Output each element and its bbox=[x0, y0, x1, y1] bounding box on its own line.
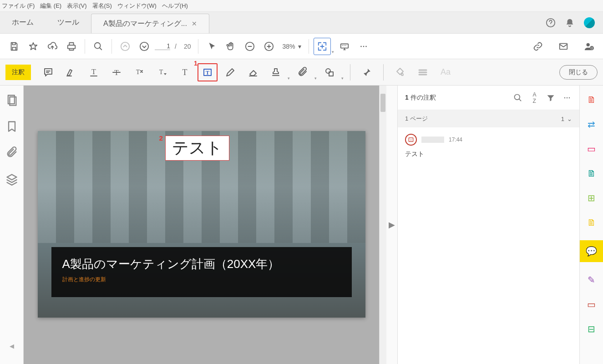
comments-section-header[interactable]: 1 ページ 1 ⌄ bbox=[398, 110, 579, 127]
redact-icon[interactable]: ▭ bbox=[585, 298, 598, 311]
menu-file[interactable]: ファイル (F) bbox=[2, 2, 35, 10]
create-pdf-icon[interactable]: 🗎 bbox=[585, 93, 598, 106]
edit-pdf-icon[interactable]: ▭ bbox=[585, 142, 598, 156]
keyboard-icon[interactable] bbox=[336, 38, 353, 55]
thumbnails-icon[interactable] bbox=[5, 94, 18, 106]
share-user-icon[interactable] bbox=[580, 38, 598, 55]
page-down-icon[interactable] bbox=[136, 38, 153, 55]
svg-rect-7 bbox=[340, 44, 348, 48]
layers-icon[interactable] bbox=[5, 173, 18, 186]
comment-type-textbox-icon: T bbox=[405, 134, 417, 146]
close-annotation-button[interactable]: 閉じる bbox=[559, 65, 598, 80]
cloud-upload-icon[interactable] bbox=[44, 38, 61, 55]
protect-icon[interactable]: ⊟ bbox=[585, 322, 598, 336]
chevron-down-icon[interactable]: ▾ bbox=[332, 50, 334, 54]
tab-close-icon[interactable]: ✕ bbox=[192, 20, 197, 27]
bell-icon[interactable] bbox=[565, 18, 575, 28]
more-options-icon[interactable] bbox=[562, 93, 572, 103]
find-icon[interactable] bbox=[90, 38, 107, 55]
sign-tool-icon[interactable]: ✎ bbox=[585, 273, 598, 287]
expand-right-icon[interactable]: ▶ bbox=[386, 86, 397, 364]
attachment-panel-icon[interactable] bbox=[5, 147, 18, 159]
annotation-label: 注釈 bbox=[5, 65, 31, 80]
underline-icon[interactable]: T bbox=[84, 63, 104, 81]
vertical-scrollbar[interactable] bbox=[379, 86, 386, 364]
page-1[interactable]: 2 テスト A製品のマーケティング計画（20XX年） 計画と進捗の更新 bbox=[38, 131, 365, 318]
toolbar-right bbox=[529, 38, 598, 55]
bookmark-icon[interactable] bbox=[5, 120, 18, 133]
sort-icon[interactable]: AZ bbox=[529, 93, 539, 103]
selection-tool-icon[interactable] bbox=[203, 38, 220, 55]
annotation-toolbar: 注釈 T T T T T 1 T ▾ ▾ ▾ Aa 閉じる bbox=[0, 59, 603, 86]
print-icon[interactable] bbox=[63, 38, 80, 55]
comments-panel: 1 件の注釈 AZ 1 ページ 1 ⌄ T 17:44 テスト bbox=[397, 86, 579, 364]
hand-tool-icon[interactable] bbox=[222, 38, 239, 55]
tab-bar: ホーム ツール A製品のマーケティング... ✕ bbox=[0, 12, 603, 34]
fill-sign-icon[interactable]: 🗎 bbox=[585, 216, 598, 229]
page-up-icon[interactable] bbox=[117, 38, 134, 55]
canvas-scroll[interactable]: 2 テスト A製品のマーケティング計画（20XX年） 計画と進捗の更新 bbox=[24, 86, 379, 364]
left-nav: ◀ bbox=[0, 86, 24, 364]
menu-view[interactable]: 表示(V) bbox=[67, 2, 86, 10]
help-icon[interactable] bbox=[546, 18, 556, 28]
fill-color-icon[interactable] bbox=[390, 63, 410, 81]
chevron-down-icon: ⌄ bbox=[567, 116, 572, 122]
star-icon[interactable] bbox=[25, 38, 42, 55]
pin-icon[interactable] bbox=[357, 63, 377, 81]
svg-point-10 bbox=[365, 46, 367, 47]
line-style-icon[interactable] bbox=[413, 63, 433, 81]
page-number-input[interactable] bbox=[155, 42, 170, 50]
right-tool-strip: 🗎 ⇄ ▭ 🗎 ⊞ 🗎 💬 ✎ ▭ ⊟ bbox=[579, 86, 603, 364]
fit-page-icon[interactable] bbox=[314, 38, 331, 55]
comment-item[interactable]: T 17:44 テスト bbox=[398, 127, 579, 165]
search-comments-icon[interactable] bbox=[513, 93, 523, 103]
user-avatar[interactable] bbox=[584, 17, 595, 28]
document-canvas: 2 テスト A製品のマーケティング計画（20XX年） 計画と進捗の更新 ▶ bbox=[24, 86, 397, 364]
save-icon[interactable] bbox=[5, 38, 23, 55]
menu-window[interactable]: ウィンドウ(W) bbox=[117, 2, 157, 10]
page-separator: / bbox=[175, 43, 177, 50]
scrollbar-thumb[interactable] bbox=[380, 94, 385, 112]
comment-meta: T 17:44 bbox=[405, 134, 572, 146]
eraser-icon[interactable] bbox=[243, 63, 263, 81]
chevron-down-icon[interactable]: ▾ bbox=[314, 76, 317, 81]
export-pdf-icon[interactable]: ⇄ bbox=[585, 117, 598, 131]
more-icon[interactable] bbox=[355, 38, 372, 55]
svg-point-26 bbox=[564, 97, 566, 98]
zoom-select[interactable]: 38%▾ bbox=[279, 43, 304, 50]
svg-point-21 bbox=[326, 69, 330, 73]
text-style-icon[interactable]: Aa bbox=[436, 63, 456, 81]
menu-sign[interactable]: 署名(S) bbox=[92, 2, 112, 10]
expand-left-icon[interactable]: ◀ bbox=[5, 340, 18, 353]
svg-text:T: T bbox=[182, 68, 187, 77]
replace-text-icon[interactable]: T bbox=[129, 63, 149, 81]
text-box-icon[interactable]: 1 T bbox=[198, 63, 218, 81]
separator bbox=[350, 64, 350, 81]
menu-edit[interactable]: 編集 (E) bbox=[40, 2, 61, 10]
link-icon[interactable] bbox=[529, 38, 547, 55]
attachment-icon[interactable] bbox=[293, 63, 313, 81]
organize-pages-icon[interactable]: ⊞ bbox=[585, 191, 598, 205]
zoom-in-icon[interactable] bbox=[260, 38, 278, 55]
chevron-down-icon[interactable]: ▾ bbox=[341, 76, 344, 81]
tab-document[interactable]: A製品のマーケティング... ✕ bbox=[91, 14, 209, 33]
tab-tools[interactable]: ツール bbox=[46, 12, 91, 33]
insert-text-icon[interactable]: T bbox=[152, 63, 172, 81]
stamp-icon[interactable] bbox=[266, 63, 286, 81]
chevron-down-icon[interactable]: ▾ bbox=[288, 76, 290, 81]
highlight-icon[interactable] bbox=[61, 63, 81, 81]
pencil-icon[interactable] bbox=[220, 63, 240, 81]
sticky-note-icon[interactable] bbox=[38, 63, 58, 81]
add-text-icon[interactable]: T bbox=[175, 63, 195, 81]
comment-tool-icon[interactable]: 💬 bbox=[580, 240, 603, 262]
mail-icon[interactable] bbox=[555, 38, 572, 55]
tab-home[interactable]: ホーム bbox=[0, 12, 46, 33]
strikethrough-icon[interactable]: T bbox=[106, 63, 127, 81]
zoom-out-icon[interactable] bbox=[241, 38, 258, 55]
filter-icon[interactable] bbox=[546, 93, 556, 103]
combine-files-icon[interactable]: 🗎 bbox=[585, 167, 598, 180]
svg-point-3 bbox=[121, 42, 129, 50]
menu-help[interactable]: ヘルプ(H) bbox=[162, 2, 188, 10]
shapes-icon[interactable] bbox=[319, 63, 340, 81]
text-annotation[interactable]: 2 テスト bbox=[165, 136, 229, 161]
